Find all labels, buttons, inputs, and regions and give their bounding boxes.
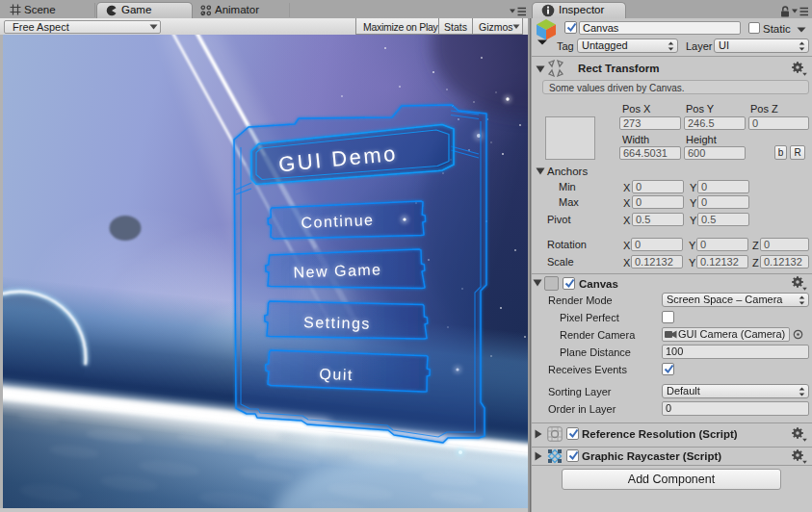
svg-text:Settings: Settings — [303, 314, 371, 331]
svg-text:Quit: Quit — [319, 366, 354, 383]
svg-text:Continue: Continue — [301, 212, 375, 231]
svg-text:New Game: New Game — [293, 261, 382, 280]
